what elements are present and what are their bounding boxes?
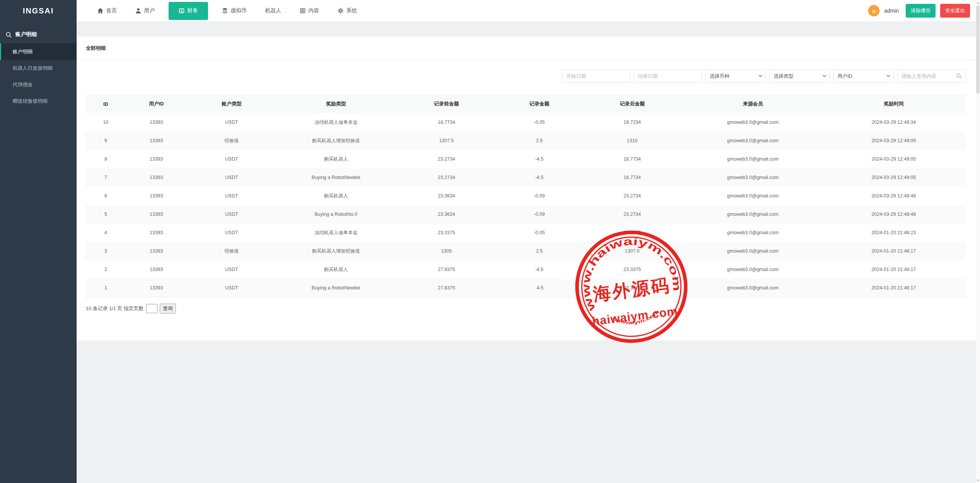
table-cell: 2 [85, 260, 126, 279]
sidebar-group-account-detail[interactable]: 账户明细 [0, 22, 77, 43]
pagination-summary: 10 条记录 1/1 页 指定页数 [86, 305, 144, 312]
nav-item[interactable]: 财务 [169, 2, 208, 20]
table-cell: 购买机器人 [277, 150, 395, 168]
nav-item-label: 首页 [106, 7, 117, 14]
table-cell: 1 [85, 279, 126, 297]
nav-item[interactable]: 机器人 [256, 0, 290, 21]
nav-item[interactable]: 内容 [290, 0, 328, 21]
nav-item-label: 机器人 [265, 7, 281, 14]
gear-icon [338, 8, 344, 14]
table-cell: Buying a RobotNewbie [277, 279, 395, 297]
sidebar: INGSAI 账户明细 账户明细机器人日发放明细代理佣金赠送经验值明细 [0, 0, 77, 483]
table-cell: 27.8375 [395, 279, 498, 297]
table-cell: 13393 [126, 150, 186, 168]
table-cell: 1305 [395, 242, 498, 260]
table-cell: 13393 [126, 131, 186, 150]
clear-cache-button[interactable]: 清除缓存 [906, 4, 936, 18]
page-number-input[interactable] [146, 304, 157, 313]
sidebar-item[interactable]: 账户明细 [0, 43, 77, 60]
table-cell: USDT [186, 168, 277, 187]
table-cell: 3 [85, 242, 126, 260]
start-date-input[interactable] [562, 70, 630, 82]
divider [77, 59, 980, 60]
table-cell: 18.7734 [581, 150, 684, 168]
sidebar-menu: 账户明细机器人日发放明细代理佣金赠送经验值明细 [0, 43, 77, 109]
sidebar-item-label: 代理佣金 [13, 81, 33, 88]
go-page-button[interactable]: 查询 [160, 304, 176, 314]
table-cell: 7 [85, 168, 126, 187]
table-cell: -0.09 [498, 205, 581, 223]
sidebar-item-label: 机器人日发放明细 [13, 65, 52, 72]
sidebar-item[interactable]: 代理佣金 [0, 76, 77, 93]
coins-icon [222, 8, 228, 14]
table-row: 313393经验值购买机器人增加经验值13052.51307.5gmoweb3.… [85, 242, 965, 260]
nav-item[interactable]: 首页 [88, 0, 126, 21]
avatar[interactable]: a [868, 5, 880, 16]
scrollbar-down-icon[interactable]: ▼ [976, 478, 980, 483]
table-cell: 2024-01-20 21:46:17 [822, 279, 965, 297]
nav-item[interactable]: 系统 [328, 0, 366, 21]
table-cell: 13393 [126, 223, 186, 242]
table-cell: Buying a RobotNewbie [277, 168, 395, 187]
table-cell: 2024-01-20 21:46:23 [822, 223, 965, 242]
table-cell: 购买机器人增加经验值 [277, 131, 395, 150]
table-row: 413393USDT冻结机器人做单本金23.3375-0.0523.2875gm… [85, 223, 965, 242]
table-cell: 购买机器人 [277, 260, 395, 279]
table-cell: 2024-01-20 21:46:17 [822, 260, 965, 279]
userid-select[interactable]: 用户ID [833, 70, 894, 82]
table-cell: 9 [85, 131, 126, 150]
table-cell: -4.5 [498, 260, 581, 279]
table-cell: -0.05 [498, 113, 581, 131]
table-cell: -4.5 [498, 279, 581, 297]
table-row: 813393USDT购买机器人23.2734-4.518.7734gmoweb3… [85, 150, 965, 168]
table-cell: gmoweb3.0@gmail.com [684, 223, 822, 242]
table-cell: 1307.5 [581, 242, 684, 260]
table-row: 213393USDT购买机器人27.8375-4.523.3375gmoweb3… [85, 260, 965, 279]
table-cell: 13393 [126, 260, 186, 279]
table-cell: 18.7234 [581, 113, 684, 131]
table-row: 513393USDTBuying a RobotNo.023.3634-0.09… [85, 205, 965, 223]
table-cell: 2024-01-20 21:46:17 [822, 242, 965, 260]
end-date-input[interactable] [634, 70, 702, 82]
sidebar-item-label: 赠送经验值明细 [13, 98, 48, 105]
scrollbar-thumb[interactable] [976, 5, 980, 94]
table-row: 113393USDTBuying a RobotNewbie27.8375-4.… [85, 279, 965, 297]
nav-item[interactable]: 用户 [126, 0, 164, 21]
page-title: 全部明细 [77, 36, 980, 52]
logout-button[interactable]: 安全退出 [940, 4, 970, 18]
nav-item-label: 财务 [187, 7, 198, 14]
table-cell: 冻结机器人做单本金 [277, 223, 395, 242]
sidebar-group-label: 账户明细 [15, 31, 37, 38]
table-cell: 2.5 [498, 242, 581, 260]
column-header: 来源会员 [684, 95, 822, 113]
type-select[interactable]: 选择类型 [769, 70, 830, 82]
table-cell: 10 [85, 113, 126, 131]
records-table: ID用户ID账户类型奖励类型记录前金额记录金额记录后金额来源会员奖励时间 101… [85, 95, 965, 297]
table-cell: 23.3375 [581, 260, 684, 279]
table-cell: 2024-03-29 12:49:05 [822, 168, 965, 187]
currency-select[interactable]: 选择币种 [705, 70, 766, 82]
nav-item[interactable]: 虚拟币 [213, 0, 256, 21]
sidebar-item[interactable]: 机器人日发放明细 [0, 60, 77, 76]
table-cell: 18.7734 [581, 168, 684, 187]
scrollbar-up-icon[interactable]: ▲ [976, 0, 980, 5]
scrollbar[interactable]: ▲ ▼ [976, 0, 980, 483]
home-icon [97, 8, 103, 14]
search-icon[interactable] [956, 73, 962, 79]
column-header: 用户ID [126, 95, 186, 113]
nav-item-label: 虚拟币 [231, 7, 247, 14]
table-cell: 13393 [126, 242, 186, 260]
column-header: 奖励类型 [277, 95, 395, 113]
table-cell: 23.3634 [395, 187, 498, 205]
table-cell: -4.5 [498, 150, 581, 168]
table-cell: gmoweb3.0@gmail.com [684, 168, 822, 187]
column-header: ID [85, 95, 126, 113]
table-cell: 18.7734 [395, 113, 498, 131]
table-cell: 5 [85, 205, 126, 223]
table-cell: 购买机器人增加经验值 [277, 242, 395, 260]
table-cell: 13393 [126, 279, 186, 297]
sidebar-item[interactable]: 赠送经验值明细 [0, 93, 77, 109]
search-input[interactable] [897, 70, 965, 82]
table-cell: 冻结机器人做单本金 [277, 113, 395, 131]
table-cell: 23.3375 [395, 223, 498, 242]
